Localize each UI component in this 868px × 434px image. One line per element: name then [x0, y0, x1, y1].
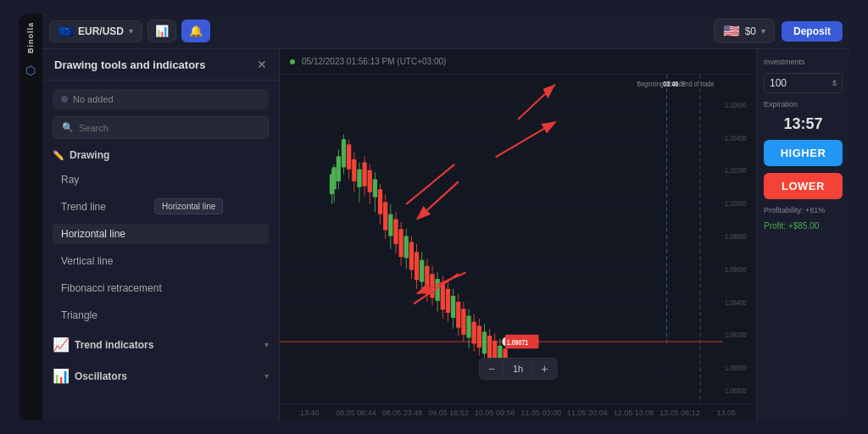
- oscillator-icon: 📊: [53, 368, 70, 384]
- svg-text:1.08800: 1.08800: [725, 386, 747, 395]
- search-input[interactable]: [79, 123, 259, 133]
- svg-text:1.09200: 1.09200: [725, 330, 747, 339]
- svg-rect-86: [456, 302, 460, 328]
- trend-indicators-label: Trend indicators: [75, 339, 153, 351]
- indicator-button[interactable]: 🔔: [181, 19, 210, 42]
- svg-rect-84: [451, 296, 455, 318]
- svg-rect-60: [388, 214, 392, 236]
- zoom-controls: − 1h +: [479, 358, 558, 380]
- drawing-section-title: Drawing: [70, 149, 109, 161]
- balance-selector[interactable]: 🇺🇸 $0 ▾: [714, 19, 775, 43]
- svg-rect-40: [337, 156, 341, 181]
- svg-rect-76: [430, 274, 434, 298]
- trend-indicators-section[interactable]: 📈 Trend indicators ▾: [53, 332, 269, 357]
- badge-dot: [61, 96, 68, 103]
- time-label-8: 13.05 06:12: [657, 409, 704, 417]
- svg-text:03:46: 03:46: [663, 79, 678, 88]
- drawing-section-header: ✏️ Drawing: [53, 146, 269, 163]
- oscillator-chevron-icon: ▾: [264, 371, 269, 381]
- status-dot: [290, 59, 295, 64]
- chart-type-button[interactable]: 📊: [147, 19, 176, 42]
- balance-chevron: ▾: [761, 26, 765, 36]
- investment-value: 100: [770, 77, 787, 89]
- oscillators-label: Oscillators: [75, 370, 127, 382]
- zoom-minus-button[interactable]: −: [480, 359, 504, 379]
- panel-body: No added 🔍 ✏️ Drawing Ray Trend line Hor…: [42, 81, 279, 397]
- chart-area[interactable]: 1.10600 1.10400 1.10200 1.10000 1.09800 …: [280, 75, 756, 403]
- time-label-6: 11.05 20:04: [565, 409, 611, 417]
- svg-rect-42: [342, 139, 346, 167]
- panel-title: Drawing tools and indicators: [54, 58, 205, 71]
- expiration-time: 13:57: [764, 115, 843, 133]
- right-panel: Investments 100 $ Expiration 13:57 HIGHE…: [756, 49, 849, 420]
- svg-rect-72: [420, 260, 424, 282]
- zoom-level: 1h: [504, 360, 532, 377]
- chevron-down-icon: ▾: [129, 26, 133, 36]
- profit-text: Profit: +$85.00: [764, 221, 843, 231]
- asset-name: EUR/USD: [78, 25, 124, 37]
- svg-text:1.09000: 1.09000: [725, 363, 747, 372]
- pencil-icon: ✏️: [53, 150, 64, 161]
- svg-rect-46: [352, 159, 356, 181]
- svg-rect-50: [362, 162, 366, 186]
- svg-rect-74: [425, 266, 429, 294]
- brand-logo: ⬡: [25, 64, 36, 77]
- asset-selector[interactable]: 🇪🇺 EUR/USD ▾: [49, 20, 142, 42]
- svg-rect-80: [441, 284, 445, 310]
- close-panel-button[interactable]: ✕: [257, 58, 267, 71]
- svg-rect-90: [466, 316, 470, 338]
- header-left: 🇪🇺 EUR/USD ▾ 📊 🔔: [49, 19, 210, 42]
- drawing-panel: Drawing tools and indicators ✕ No added …: [42, 49, 280, 420]
- deposit-button[interactable]: Deposit: [782, 21, 843, 42]
- svg-text:1.09400: 1.09400: [725, 298, 747, 307]
- main-content: 🇪🇺 EUR/USD ▾ 📊 🔔 🇺🇸 $0 ▾ Deposit: [42, 14, 849, 420]
- investments-label: Investments: [764, 58, 843, 66]
- higher-button[interactable]: HIGHER: [764, 140, 843, 166]
- tool-triangle[interactable]: Triangle: [53, 305, 269, 326]
- svg-rect-92: [472, 322, 476, 344]
- trend-icon: 📈: [53, 337, 70, 353]
- chart-timestamp: 05/12/2023 01:56:13 PM (UTC+03:00): [302, 57, 446, 66]
- lower-button[interactable]: LOWER: [764, 173, 843, 199]
- asset-flag: 🇪🇺: [58, 25, 73, 38]
- svg-rect-96: [482, 331, 487, 353]
- zoom-plus-button[interactable]: +: [532, 359, 556, 379]
- svg-rect-52: [368, 170, 372, 192]
- chart-container: 05/12/2023 01:56:13 PM (UTC+03:00): [280, 49, 756, 420]
- tool-horizontal-line[interactable]: Horizontal line: [53, 224, 269, 244]
- time-axis: 13:40 08.05 06:44 08.05 23:48 09.05 16:5…: [280, 403, 756, 420]
- svg-rect-44: [347, 144, 351, 169]
- tool-ray[interactable]: Ray: [53, 170, 269, 190]
- svg-rect-48: [357, 170, 361, 187]
- time-label-3: 09.05 16:52: [426, 409, 472, 417]
- investment-box[interactable]: 100 $: [764, 73, 843, 93]
- svg-text:1.09071: 1.09071: [507, 337, 529, 347]
- top-header: 🇪🇺 EUR/USD ▾ 📊 🔔 🇺🇸 $0 ▾ Deposit: [42, 14, 849, 49]
- svg-text:1.10200: 1.10200: [725, 165, 747, 175]
- search-box[interactable]: 🔍: [53, 116, 269, 139]
- svg-text:1.09600: 1.09600: [725, 264, 747, 274]
- svg-rect-56: [378, 189, 382, 214]
- svg-text:1.10000: 1.10000: [725, 198, 747, 208]
- chart-svg: 1.10600 1.10400 1.10200 1.10000 1.09800 …: [280, 75, 756, 403]
- svg-rect-58: [383, 202, 387, 230]
- svg-text:1.10600: 1.10600: [725, 100, 747, 109]
- svg-rect-38: [331, 167, 336, 189]
- expiration-label: Expiration: [764, 100, 843, 108]
- svg-rect-70: [415, 252, 419, 280]
- svg-rect-98: [487, 336, 492, 359]
- tool-trend-line[interactable]: Trend line: [53, 197, 269, 217]
- svg-rect-94: [477, 326, 481, 348]
- svg-rect-54: [373, 179, 377, 197]
- time-label-7: 12.05 13:08: [610, 409, 657, 417]
- svg-text:End of trade: End of trade: [682, 79, 715, 88]
- no-added-badge: No added: [53, 89, 269, 109]
- oscillators-section[interactable]: 📊 Oscillators ▾: [53, 364, 269, 388]
- tool-vertical-line[interactable]: Vertical line: [53, 251, 269, 271]
- trend-chevron-icon: ▾: [264, 340, 269, 349]
- svg-rect-88: [461, 309, 465, 335]
- balance-value: $0: [745, 25, 756, 37]
- tool-fibonacci[interactable]: Fibonacci retracement: [53, 278, 269, 298]
- svg-text:Beginning of trade: Beginning of trade: [637, 79, 686, 88]
- svg-rect-64: [399, 229, 403, 257]
